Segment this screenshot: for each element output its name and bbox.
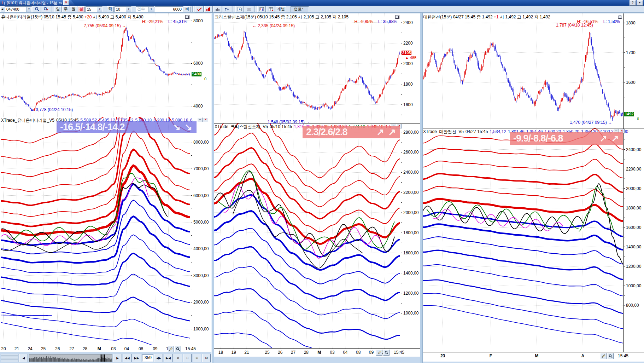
signal-values: -16.5/-14.8/-14.2 xyxy=(60,122,125,133)
main-toolbar: ◂ 047400 ▼ 일 주 월 분 15 ▼ 틱 10 ▼ 건수 ▼ 600 xyxy=(0,6,644,13)
bars-input[interactable]: 6000 xyxy=(155,6,183,12)
svg-text:2000: 2000 xyxy=(403,61,413,66)
chevron-down-icon: ▼ xyxy=(148,7,154,12)
jump-start-button[interactable]: ◀◀ xyxy=(123,354,131,362)
collapse-bars-button[interactable]: ▶◀ xyxy=(164,354,172,362)
maximize-pane-button[interactable] xyxy=(185,15,189,19)
volume-chart-button[interactable] xyxy=(204,6,213,12)
period-week-button[interactable]: 주 xyxy=(62,6,69,12)
period-minute-button[interactable]: 분 xyxy=(78,6,85,12)
xtrade-indicator-chart[interactable]: 2400,002200,002000,001800,001600,001400,… xyxy=(422,128,644,352)
xtrade-indicator-chart[interactable]: 8000,007000,006000,005000,004000,003000,… xyxy=(0,117,211,345)
price-extreme-annotation: ← 3,778 (04/24 10:15) xyxy=(30,107,73,112)
red-bars-icon xyxy=(206,7,211,11)
tick-combo[interactable]: 10 ▼ xyxy=(115,6,131,12)
signal-overlay: -16.5/-14.8/-14.2↘ ↘ xyxy=(57,121,197,133)
chevron-down-icon[interactable]: ▼ xyxy=(26,7,31,12)
bars-unit-button[interactable]: 바 xyxy=(184,6,191,12)
time-axis-label: 04 xyxy=(343,350,347,355)
history-minimap[interactable] xyxy=(29,354,112,362)
scroll-left-button[interactable]: ◂ xyxy=(0,6,4,12)
time-axis-label: 26 xyxy=(278,350,282,355)
time-axis-label: 19 xyxy=(232,350,236,355)
time-axis-label: 25 xyxy=(41,346,46,351)
draw-tool-button[interactable] xyxy=(376,350,382,356)
window-title-tab[interactable]: [6101] 유니온머티리얼 - 15분 ⇆ ✕ xyxy=(0,0,75,6)
chart-scroll-bar[interactable]: ◀▶◀◀▶▶359◀▶▶◀⊕⊖⊞⊠ xyxy=(0,352,211,363)
svg-text:2200,00: 2200,00 xyxy=(403,190,419,195)
mini-chart-button[interactable] xyxy=(257,6,266,12)
header-text: +20 xyxy=(84,15,92,19)
minimap-volume-profile xyxy=(29,355,112,362)
search-button[interactable] xyxy=(33,6,41,12)
candle-chart-icon xyxy=(2,1,5,5)
grid-button[interactable] xyxy=(267,6,275,12)
chevron-down-icon[interactable]: ▼ xyxy=(126,7,131,12)
step-bars-button[interactable]: ◀▶ xyxy=(154,354,163,362)
price-change-sub: 0 xyxy=(624,117,639,121)
document-button[interactable]: b xyxy=(235,6,244,12)
svg-text:1600: 1600 xyxy=(403,102,413,107)
time-axis[interactable]: 20212425262728M030408091015:45 xyxy=(0,345,211,352)
symbol-combo[interactable]: 047400 ▼ xyxy=(5,6,32,12)
gray-bars-icon xyxy=(215,7,220,11)
window-close-button[interactable]: ✕ xyxy=(63,0,69,5)
scroll-forward-button[interactable]: ▶ xyxy=(113,354,122,362)
zoom-tool-button[interactable] xyxy=(383,350,390,356)
visible-bars-input[interactable]: 359 xyxy=(142,355,153,362)
minimap-slider[interactable] xyxy=(100,355,105,362)
zoom-out-button[interactable]: ⊖ xyxy=(183,354,192,362)
svg-text:2400,00: 2400,00 xyxy=(403,170,419,175)
svg-text:6000,00: 6000,00 xyxy=(193,193,209,198)
time-axis[interactable]: 23FMA15:45 xyxy=(422,352,644,362)
signal-arrows-icon: ↗ ↗ xyxy=(376,127,397,138)
minimize-pane-button[interactable]: ─ xyxy=(197,117,203,122)
help-button[interactable]: ? xyxy=(630,0,636,6)
price-chart[interactable]: 180017001600 xyxy=(422,13,644,128)
xtrade-indicator-chart[interactable]: 2800,002600,002400,002200,002000,001800,… xyxy=(213,123,420,348)
splitter-grip[interactable] xyxy=(1,354,18,362)
price-chart[interactable]: 800060004000 xyxy=(0,13,211,117)
header-text: +1 xyxy=(494,15,499,19)
indicator-toggle-button[interactable] xyxy=(195,6,204,12)
jump-end-button[interactable]: ▶▶ xyxy=(133,354,141,362)
minute-combo[interactable]: 15 ▼ xyxy=(86,6,103,12)
stock-search-button[interactable] xyxy=(42,6,50,12)
svg-text:b: b xyxy=(239,8,240,11)
sort-button[interactable] xyxy=(223,6,231,12)
zoom-tool-button[interactable] xyxy=(175,346,181,352)
upload-button[interactable]: 업로드 xyxy=(291,6,309,12)
red-check-icon xyxy=(197,7,202,11)
scroll-back-button[interactable]: ◀ xyxy=(19,354,28,362)
close-pane-button[interactable]: ✕ xyxy=(203,117,208,122)
svg-text:4000: 4000 xyxy=(193,104,203,109)
zoom-tool-button[interactable] xyxy=(607,353,614,359)
time-axis[interactable]: 18192125262728M030408091015:45 xyxy=(213,348,420,357)
svg-text:8000: 8000 xyxy=(193,18,203,23)
period-month-button[interactable]: 월 xyxy=(70,6,77,12)
svg-text:1800,00: 1800,00 xyxy=(403,230,419,235)
fit-chart-button[interactable]: ⊞ xyxy=(193,354,201,362)
chevron-down-icon[interactable]: ▼ xyxy=(97,7,102,12)
time-axis-label: 08 xyxy=(139,346,143,351)
svg-text:3000,00: 3000,00 xyxy=(193,273,209,278)
individual-button[interactable]: 개별 xyxy=(276,6,286,12)
close-scrollbar-button[interactable]: ⊠ xyxy=(202,354,211,362)
draw-tool-button[interactable] xyxy=(600,353,607,359)
maximize-pane-button[interactable] xyxy=(395,15,399,19)
header-text: 시 5,490 고 5,490 저 5,490 xyxy=(92,15,143,19)
draw-tool-button[interactable] xyxy=(168,346,174,352)
window-menu-button[interactable]: ▾ xyxy=(637,0,643,6)
bar-chart-button[interactable] xyxy=(213,6,222,12)
zoom-in-button[interactable]: ⊕ xyxy=(174,354,182,362)
tick-button[interactable]: 틱 xyxy=(107,6,114,12)
price-extreme-annotation: 1,470 (04/27 09:15) → xyxy=(570,120,612,125)
maximize-pane-button[interactable] xyxy=(618,15,622,19)
last-time-label: 15:45 xyxy=(185,346,196,351)
price-extreme-annotation: ← 2,335 (04/24 09:15) xyxy=(252,23,295,28)
period-day-button[interactable]: 일 xyxy=(54,6,62,12)
price-chart[interactable]: 24002200200018001600 xyxy=(213,13,420,123)
signal-values: -9.9/-8.8/-6.8 xyxy=(513,133,563,144)
column-splitter[interactable] xyxy=(211,13,214,363)
column-splitter[interactable] xyxy=(420,13,423,363)
